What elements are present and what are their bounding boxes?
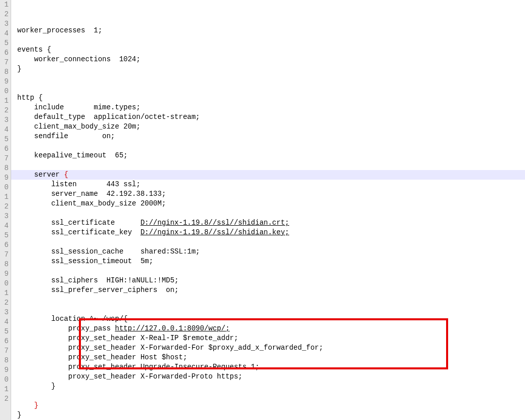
line-number: 6	[0, 144, 9, 154]
line-number: 7	[0, 154, 9, 163]
code-line: server {	[11, 170, 525, 180]
line-number: 7	[0, 346, 9, 356]
code-line: server_name 42.192.38.133;	[11, 189, 525, 199]
code-line: proxy_set_header X-Forwarded-For $proxy_…	[11, 343, 525, 353]
line-number: 7	[0, 58, 9, 67]
line-number: 3	[0, 308, 9, 317]
line-number: 6	[0, 240, 9, 250]
line-number: 3	[0, 115, 9, 125]
code-line: location ^~ /wcp/{	[11, 314, 525, 324]
line-number: 8	[0, 356, 9, 365]
code-line	[11, 16, 525, 26]
code-line: }	[11, 401, 525, 410]
line-number: 9	[0, 269, 9, 279]
code-area: worker_processes 1;events { worker_conne…	[11, 0, 525, 420]
code-line	[11, 160, 525, 170]
line-number: 5	[0, 135, 9, 144]
code-line	[11, 74, 525, 83]
code-line	[11, 237, 525, 247]
line-number: 2	[0, 394, 9, 404]
code-line: sendfile on;	[11, 132, 525, 141]
line-number-gutter: 1234567890123456789012345678901234567890…	[0, 0, 11, 420]
line-number: 5	[0, 327, 9, 337]
line-number: 0	[0, 183, 9, 192]
line-number: 4	[0, 125, 9, 135]
code-line: proxy_set_header X-Forwarded-Proto https…	[11, 372, 525, 382]
line-number: 6	[0, 337, 9, 346]
line-number: 3	[0, 19, 9, 29]
code-line	[11, 295, 525, 305]
code-line: worker_processes 1;	[11, 26, 525, 35]
line-number: 5	[0, 38, 9, 48]
code-line: proxy_set_header Upgrade-Insecure-Reques…	[11, 362, 525, 372]
code-line: ssl_session_cache shared:SSL:1m;	[11, 247, 525, 257]
line-number: 0	[0, 87, 9, 96]
code-line: ssl_ciphers HIGH:!aNULL:!MD5;	[11, 276, 525, 285]
line-number: 0	[0, 375, 9, 385]
code-line: worker_connections 1024;	[11, 55, 525, 64]
code-line: proxy_pass http://127.0.0.1:8090/wcp/;	[11, 324, 525, 333]
code-line: }	[11, 382, 525, 391]
code-line: events {	[11, 45, 525, 55]
code-line: ssl_certificate_key D://nginx-1.19.8//ss…	[11, 228, 525, 237]
line-number: 6	[0, 48, 9, 58]
line-number: 9	[0, 365, 9, 375]
line-number: 2	[0, 202, 9, 212]
code-line: ssl_certificate D://nginx-1.19.8//ssl//s…	[11, 218, 525, 228]
code-line: client_max_body_size 2000M;	[11, 199, 525, 208]
line-number: 5	[0, 231, 9, 240]
code-line: proxy_set_header Host $host;	[11, 353, 525, 362]
code-line	[11, 305, 525, 314]
code-line: keepalive_timeout 65;	[11, 151, 525, 160]
code-line: }	[11, 410, 525, 420]
line-number: 8	[0, 67, 9, 77]
line-number: 9	[0, 173, 9, 183]
code-line: proxy_set_header X-Real-IP $remote_addr;	[11, 333, 525, 343]
line-number: 1	[0, 192, 9, 202]
code-line	[11, 391, 525, 401]
code-line: default_type application/octet-stream;	[11, 112, 525, 122]
line-number: 1	[0, 385, 9, 394]
code-line: ssl_session_timeout 5m;	[11, 257, 525, 266]
code-line	[11, 83, 525, 93]
line-number: 2	[0, 106, 9, 115]
code-line: include mime.types;	[11, 103, 525, 112]
code-line: client_max_body_size 20m;	[11, 122, 525, 132]
line-number: 8	[0, 163, 9, 173]
line-number: 0	[0, 279, 9, 288]
line-number: 4	[0, 221, 9, 231]
line-number: 4	[0, 317, 9, 327]
line-number: 7	[0, 250, 9, 260]
code-line: http {	[11, 93, 525, 103]
code-line: ssl_prefer_server_ciphers on;	[11, 285, 525, 295]
line-number: 8	[0, 260, 9, 269]
code-line: listen 443 ssl;	[11, 180, 525, 189]
line-number: 1	[0, 96, 9, 106]
line-number: 2	[0, 298, 9, 308]
code-line: }	[11, 64, 525, 74]
line-number: 3	[0, 212, 9, 221]
line-number: 4	[0, 29, 9, 38]
code-line	[11, 141, 525, 151]
code-line	[11, 35, 525, 45]
line-number: 1	[0, 288, 9, 298]
line-number: 1	[0, 0, 9, 10]
line-number: 9	[0, 77, 9, 87]
line-number: 2	[0, 10, 9, 19]
code-line	[11, 208, 525, 218]
code-line	[11, 266, 525, 276]
